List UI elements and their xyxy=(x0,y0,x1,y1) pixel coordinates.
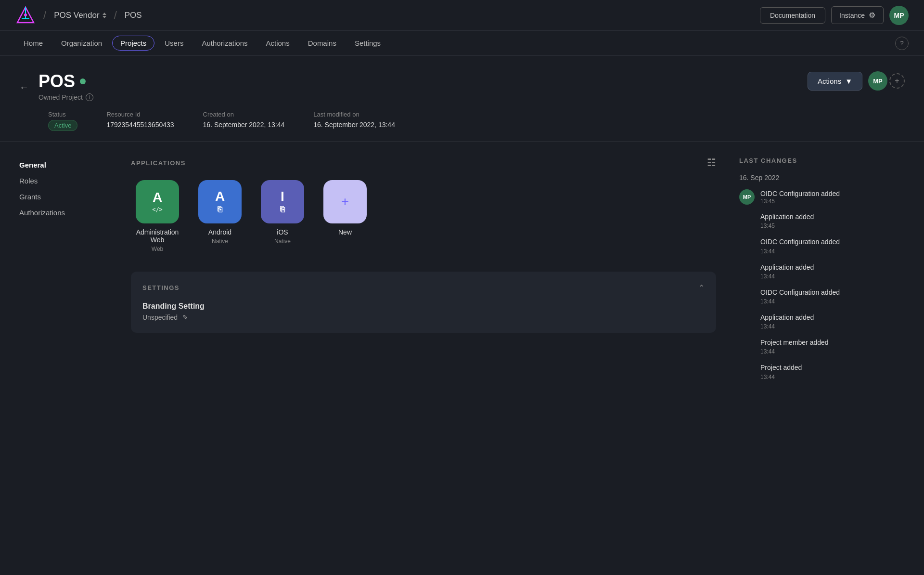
user-avatar[interactable]: MP xyxy=(889,6,909,25)
nav-users[interactable]: Users xyxy=(156,36,192,51)
app-name-new: New xyxy=(338,228,352,236)
project-breadcrumb-label: POS xyxy=(125,11,142,20)
app-card-new[interactable]: + New xyxy=(319,180,372,252)
logo-icon[interactable] xyxy=(15,5,36,26)
app-type-android: Native xyxy=(212,238,228,245)
arrow-up-icon xyxy=(103,13,106,15)
meta-modified: Last modified on 16. September 2022, 13:… xyxy=(313,111,395,130)
project-title-block: POS Owned Project i xyxy=(38,71,93,101)
sidebar-item-general[interactable]: General xyxy=(19,157,116,173)
actions-button[interactable]: Actions ▼ xyxy=(808,72,862,91)
nav-actions[interactable]: Actions xyxy=(258,36,298,51)
documentation-button[interactable]: Documentation xyxy=(760,7,825,24)
nav-projects[interactable]: Projects xyxy=(112,36,154,51)
branding-value-area: Unspecified ✎ xyxy=(142,314,705,321)
instance-label: Instance xyxy=(839,12,865,19)
app-icon-ios: I ⎘ xyxy=(261,180,304,223)
change-time-4: 13:44 xyxy=(760,273,775,280)
breadcrumb-sep-1: / xyxy=(43,9,46,22)
change-text-5: OIDC Configuration added xyxy=(760,288,840,296)
nav-home[interactable]: Home xyxy=(15,36,51,51)
change-time-2: 13:45 xyxy=(760,222,775,229)
gear-icon: ⚙ xyxy=(869,11,875,20)
nav-organization[interactable]: Organization xyxy=(53,36,110,51)
change-time-6: 13:44 xyxy=(760,323,775,330)
app-name-ios: iOS xyxy=(277,228,288,236)
info-icon[interactable]: i xyxy=(86,93,93,101)
center-panel: APPLICATIONS ☷ A </> AdministrationWeb W… xyxy=(116,157,732,389)
change-entry-6: Application added 13:44 xyxy=(739,313,905,330)
change-entry-7: Project member added 13:44 xyxy=(739,338,905,355)
breadcrumb-sep-2: / xyxy=(114,9,117,22)
nav-settings[interactable]: Settings xyxy=(346,36,389,51)
change-entry-2: Application added 13:45 xyxy=(739,212,905,230)
change-time-5: 13:44 xyxy=(760,298,775,305)
project-meta: Status Active Resource Id 17923544551365… xyxy=(19,111,905,130)
meta-status: Status Active xyxy=(48,111,77,130)
change-time-7: 13:44 xyxy=(760,348,775,355)
app-icon-android: A ⎘ xyxy=(198,180,242,223)
app-name-admin-web: AdministrationWeb xyxy=(136,228,179,244)
back-button[interactable]: ← xyxy=(19,82,29,93)
arrow-down-icon xyxy=(103,16,106,18)
change-text-8: Project added xyxy=(760,364,802,371)
settings-branding-item: Branding Setting Unspecified ✎ xyxy=(142,302,705,321)
status-badge: Active xyxy=(48,120,77,131)
grid-view-icon[interactable]: ☷ xyxy=(707,157,717,169)
sidebar-item-roles[interactable]: Roles xyxy=(19,173,116,189)
main-content: General Roles Grants Authorizations APPL… xyxy=(0,142,924,404)
project-subtitle: Owned Project i xyxy=(38,93,93,101)
sidebar-item-authorizations[interactable]: Authorizations xyxy=(19,205,116,221)
settings-section: SETTINGS ⌃ Branding Setting Unspecified … xyxy=(131,272,716,333)
project-title: POS xyxy=(38,71,93,91)
nav-authorizations[interactable]: Authorizations xyxy=(193,36,256,51)
project-header-actions: Actions ▼ MP + xyxy=(808,71,905,91)
right-panel: LAST CHANGES 16. Sep 2022 MP OIDC Config… xyxy=(732,157,905,389)
app-card-android[interactable]: A ⎘ Android Native xyxy=(193,180,246,252)
app-icon-new: + xyxy=(323,180,367,223)
member-avatar[interactable]: MP xyxy=(868,71,887,91)
settings-header: SETTINGS ⌃ xyxy=(142,283,705,292)
app-card-admin-web[interactable]: A </> AdministrationWeb Web xyxy=(131,180,184,252)
breadcrumb-vendor[interactable]: POS Vendor xyxy=(54,11,106,20)
app-type-admin-web: Web xyxy=(152,246,163,252)
app-icon-admin-web: A </> xyxy=(136,180,179,223)
instance-button[interactable]: Instance ⚙ xyxy=(831,6,884,24)
change-text-4: Application added xyxy=(760,263,814,271)
changes-date: 16. Sep 2022 xyxy=(739,174,905,182)
sidebar: General Roles Grants Authorizations xyxy=(19,157,116,389)
change-text-block-1: OIDC Configuration added 13:45 xyxy=(760,189,840,205)
change-time-3: 13:44 xyxy=(760,248,775,255)
topbar-right: Documentation Instance ⚙ MP xyxy=(760,6,909,25)
change-entry-3: OIDC Configuration added 13:44 xyxy=(739,237,905,255)
project-header: ← POS Owned Project i Actions ▼ MP + xyxy=(0,56,924,142)
branding-label: Branding Setting xyxy=(142,302,705,311)
app-type-ios: Native xyxy=(274,238,291,245)
change-text-2: Application added xyxy=(760,213,814,221)
status-dot-icon xyxy=(80,78,86,84)
vendor-name: POS Vendor xyxy=(54,11,106,20)
chevron-down-icon: ▼ xyxy=(845,77,852,85)
project-title-area: ← POS Owned Project i xyxy=(19,71,93,101)
settings-collapse-icon[interactable]: ⌃ xyxy=(698,283,705,292)
sidebar-item-grants[interactable]: Grants xyxy=(19,189,116,205)
nav-domains[interactable]: Domains xyxy=(300,36,345,51)
change-entry-4: Application added 13:44 xyxy=(739,263,905,280)
change-text-3: OIDC Configuration added xyxy=(760,238,840,246)
change-text-1: OIDC Configuration added xyxy=(760,189,840,198)
change-entry-1: MP OIDC Configuration added 13:45 xyxy=(739,189,905,205)
change-text-7: Project member added xyxy=(760,339,829,346)
applications-section-title: APPLICATIONS ☷ xyxy=(131,157,716,169)
app-name-android: Android xyxy=(208,228,231,236)
app-card-ios[interactable]: I ⎘ iOS Native xyxy=(256,180,309,252)
branding-value: Unspecified xyxy=(142,314,178,321)
vendor-arrows-icon[interactable] xyxy=(103,13,106,18)
edit-icon[interactable]: ✎ xyxy=(182,314,188,321)
navbar: Home Organization Projects Users Authori… xyxy=(0,31,924,56)
help-button[interactable]: ? xyxy=(895,37,909,50)
project-header-top: ← POS Owned Project i Actions ▼ MP + xyxy=(19,71,905,101)
svg-point-3 xyxy=(24,13,27,16)
apps-grid: A </> AdministrationWeb Web A ⎘ Android … xyxy=(131,180,716,252)
meta-resource-id: Resource Id 179235445513650433 xyxy=(106,111,174,130)
add-member-button[interactable]: + xyxy=(889,73,905,89)
